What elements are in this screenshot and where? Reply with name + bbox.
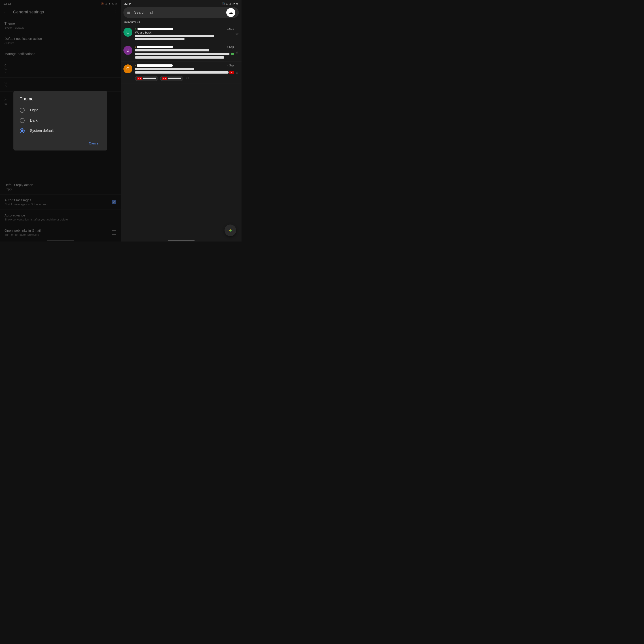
sender-redacted-1 — [137, 46, 173, 48]
radio-circle-dark — [20, 118, 25, 123]
user-avatar[interactable]: ☁ — [226, 8, 235, 17]
email-sender-2: › — [135, 64, 173, 67]
sender-redacted-0 — [138, 28, 173, 30]
battery-text-right: 37 % — [232, 2, 238, 5]
compose-fab[interactable]: + — [225, 225, 236, 236]
email-item-0[interactable]: C » 16:31 We are back! ☆ — [121, 25, 241, 43]
right-status-bar: 22:44 📳 ▲ ▲ 37 % — [121, 0, 241, 6]
right-time: 22:44 — [124, 2, 132, 5]
preview-redacted-0 — [135, 35, 214, 37]
cancel-button[interactable]: Cancel — [86, 140, 102, 147]
star-1[interactable]: ☆ — [235, 50, 239, 55]
dialog-overlay: Theme Light Dark System default Cancel — [0, 0, 121, 241]
forward-arrow-1: › — [135, 45, 136, 49]
email-time-0: 16:31 — [227, 27, 234, 30]
email-content-1: › 6 Sep — [135, 45, 234, 59]
search-bar[interactable]: ☰ Search mail ☁ — [123, 7, 239, 18]
email-subject-0: We are back! — [135, 31, 234, 34]
email-item-2[interactable]: O › 4 Sep Z PDF — [121, 62, 241, 83]
menu-icon[interactable]: ☰ — [127, 10, 131, 15]
sender-redacted-2 — [137, 64, 173, 67]
compose-plus-icon: + — [229, 227, 232, 234]
preview-redacted-1 — [135, 53, 229, 55]
wifi-icon-right: ▲ — [226, 2, 228, 5]
preview-redacted-0b — [135, 38, 184, 40]
email-sender-1: › — [135, 45, 173, 49]
preview-redacted-1b — [135, 56, 224, 59]
email-time-2: 4 Sep — [227, 64, 234, 67]
email-item-1[interactable]: U › 6 Sep ☆ — [121, 43, 241, 62]
right-home-bar — [168, 240, 195, 241]
more-attachments: +1 — [186, 77, 189, 79]
preview-redacted-2 — [135, 71, 229, 74]
radio-label-system: System default — [30, 129, 54, 133]
right-status-icons: 📳 ▲ ▲ 37 % — [222, 2, 238, 5]
dialog-actions: Cancel — [13, 136, 107, 149]
section-label: IMPORTANT — [121, 20, 241, 25]
radio-label-light: Light — [30, 108, 38, 112]
pdf-icon-0: PDF — [137, 77, 142, 80]
forward-arrow-0: » — [135, 27, 137, 30]
attachment-0: PDF — [135, 76, 158, 81]
email-top-2: › 4 Sep — [135, 64, 234, 67]
forward-arrow-2: › — [135, 64, 136, 67]
email-sender-0: » — [135, 27, 173, 30]
pdf-icon-1: PDF — [162, 77, 167, 80]
right-panel: 22:44 📳 ▲ ▲ 37 % ☰ Search mail ☁ IMPORTA… — [121, 0, 241, 241]
star-2[interactable]: ☆ — [235, 70, 239, 75]
subject-redacted-1 — [135, 49, 209, 51]
email-avatar-0: C — [123, 28, 132, 37]
radio-circle-light — [20, 108, 25, 113]
email-content-0: » 16:31 We are back! — [135, 27, 234, 41]
att-text-1 — [168, 78, 181, 79]
email-top-0: » 16:31 — [135, 27, 234, 30]
label-z: Z — [229, 71, 234, 74]
radio-dark[interactable]: Dark — [13, 115, 107, 126]
radio-circle-system — [20, 128, 25, 133]
vibrate-icon: 📳 — [222, 2, 225, 5]
dialog-title: Theme — [13, 96, 107, 105]
search-input[interactable]: Search mail — [134, 11, 226, 15]
radio-system-default[interactable]: System default — [13, 126, 107, 136]
star-0[interactable]: ☆ — [235, 32, 239, 36]
radio-label-dark: Dark — [30, 119, 38, 123]
email-top-1: › 6 Sep — [135, 45, 234, 49]
email-time-1: 6 Sep — [227, 45, 234, 49]
radio-light[interactable]: Light — [13, 105, 107, 115]
right-home-indicator — [121, 240, 241, 241]
email-avatar-2: O — [123, 64, 132, 73]
tag-green-1 — [231, 53, 234, 55]
left-panel: 23:33 🔕 ▲ ▲ 40 % ← General settings ⋮ Th… — [0, 0, 121, 241]
signal-icon-right: ▲ — [229, 2, 231, 5]
subject-redacted-2 — [135, 68, 194, 70]
email-list: C » 16:31 We are back! ☆ U — [121, 25, 241, 240]
email-avatar-1: U — [123, 46, 132, 55]
att-text-0 — [143, 78, 156, 79]
theme-dialog: Theme Light Dark System default Cancel — [13, 91, 107, 150]
email-content-2: › 4 Sep Z PDF PDF — [135, 64, 234, 81]
attachment-1: PDF — [160, 76, 183, 81]
